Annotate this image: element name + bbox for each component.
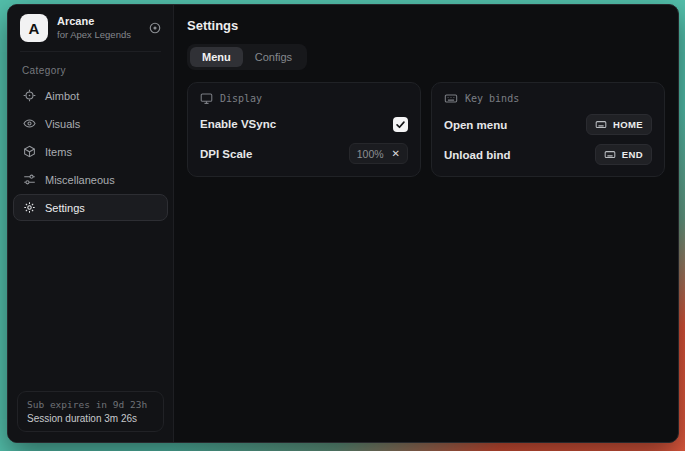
unload-bind-label: Unload bind	[444, 149, 510, 161]
open-menu-key: HOME	[613, 119, 643, 130]
page-title: Settings	[187, 18, 665, 33]
category-label: Category	[22, 65, 159, 76]
sidebar-item-aimbot[interactable]: Aimbot	[13, 82, 168, 109]
sidebar-item-miscellaneous[interactable]: Miscellaneous	[13, 166, 168, 193]
keybinds-card-title: Key binds	[465, 93, 519, 104]
target-icon[interactable]	[148, 21, 162, 35]
open-menu-bind-button[interactable]: HOME	[586, 114, 652, 135]
sidebar-item-label: Visuals	[45, 118, 80, 130]
open-menu-label: Open menu	[444, 119, 507, 131]
vsync-label: Enable VSync	[200, 118, 276, 130]
logo-letter: A	[29, 20, 40, 37]
unload-bind-key: END	[622, 149, 643, 160]
keybinds-card-header: Key binds	[444, 92, 652, 105]
sidebar-header: A Arcane for Apex Legends	[8, 5, 173, 51]
session-duration-text: Session duration 3m 26s	[27, 413, 154, 424]
main-content: Settings Menu Configs Display	[174, 5, 678, 442]
cube-icon	[23, 145, 36, 158]
sidebar: A Arcane for Apex Legends Category	[8, 5, 174, 442]
tab-configs[interactable]: Configs	[243, 47, 304, 67]
display-card-title: Display	[220, 93, 262, 104]
display-card: Display Enable VSync DPI Scale 1	[187, 82, 421, 177]
sidebar-item-label: Settings	[45, 202, 85, 214]
dpi-clear-button[interactable]: ✕	[392, 149, 400, 159]
tab-menu[interactable]: Menu	[190, 47, 243, 67]
vsync-checkbox[interactable]	[393, 117, 408, 132]
dpi-label: DPI Scale	[200, 148, 252, 160]
monitor-icon	[200, 92, 213, 105]
dpi-scale-input[interactable]: 100% ✕	[349, 143, 408, 164]
open-menu-row: Open menu HOME	[444, 114, 652, 135]
sidebar-item-label: Miscellaneous	[45, 174, 115, 186]
subscription-info: Sub expires in 9d 23h Session duration 3…	[17, 391, 164, 432]
keyboard-icon	[444, 92, 458, 105]
sidebar-item-settings[interactable]: Settings	[13, 194, 168, 221]
keyboard-icon	[595, 119, 607, 130]
keyboard-icon	[604, 149, 616, 160]
sliders-icon	[23, 173, 36, 186]
sidebar-divider	[20, 51, 161, 52]
sidebar-item-label: Aimbot	[45, 90, 79, 102]
desktop-background: A Arcane for Apex Legends Category	[0, 0, 685, 451]
dpi-scale-value: 100%	[357, 148, 384, 160]
dpi-row: DPI Scale 100% ✕	[200, 143, 408, 164]
sidebar-nav: Aimbot Visuals	[8, 82, 173, 221]
gear-icon	[23, 201, 36, 214]
sidebar-item-label: Items	[45, 146, 72, 158]
sub-expires-text: Sub expires in 9d 23h	[27, 399, 154, 410]
sidebar-item-items[interactable]: Items	[13, 138, 168, 165]
unload-bind-button[interactable]: END	[595, 144, 652, 165]
vsync-row: Enable VSync	[200, 114, 408, 134]
display-card-header: Display	[200, 92, 408, 105]
sidebar-item-visuals[interactable]: Visuals	[13, 110, 168, 137]
app-logo: A	[20, 14, 48, 42]
tab-bar: Menu Configs	[187, 44, 307, 70]
keybinds-card: Key binds Open menu HOME	[431, 82, 665, 177]
app-titles: Arcane for Apex Legends	[57, 15, 139, 41]
crosshair-icon	[23, 89, 36, 102]
settings-cards: Display Enable VSync DPI Scale 1	[187, 82, 665, 177]
app-title: Arcane	[57, 15, 139, 29]
app-window: A Arcane for Apex Legends Category	[7, 4, 679, 443]
app-subtitle: for Apex Legends	[57, 29, 139, 41]
eye-icon	[23, 117, 36, 130]
unload-bind-row: Unload bind END	[444, 144, 652, 165]
